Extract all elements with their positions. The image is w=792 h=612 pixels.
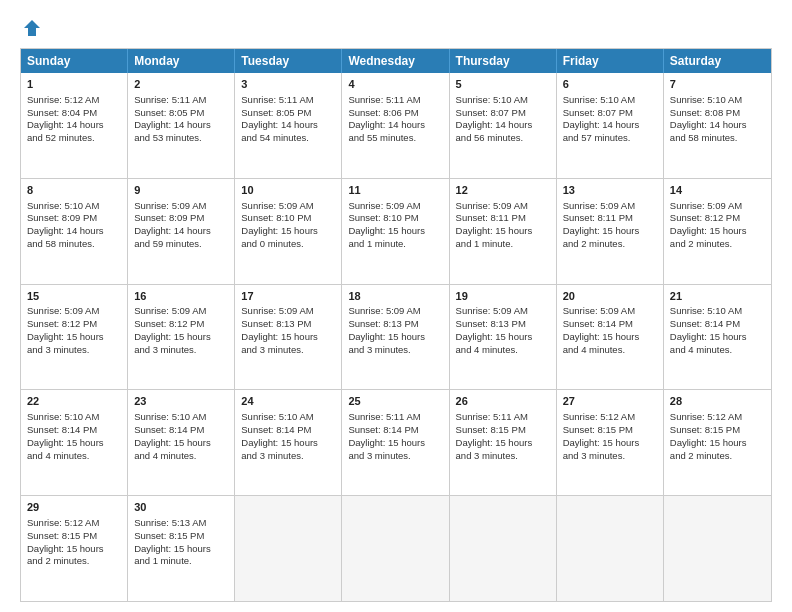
day-number: 22 xyxy=(27,394,121,409)
day-number: 20 xyxy=(563,289,657,304)
day-cell-17: 17Sunrise: 5:09 AMSunset: 8:13 PMDayligh… xyxy=(235,285,342,390)
day-cell-15: 15Sunrise: 5:09 AMSunset: 8:12 PMDayligh… xyxy=(21,285,128,390)
day-info-line: Daylight: 15 hours xyxy=(348,437,442,450)
day-info-line: Sunset: 8:05 PM xyxy=(134,107,228,120)
day-cell-12: 12Sunrise: 5:09 AMSunset: 8:11 PMDayligh… xyxy=(450,179,557,284)
day-cell-22: 22Sunrise: 5:10 AMSunset: 8:14 PMDayligh… xyxy=(21,390,128,495)
day-info-line: and 3 minutes. xyxy=(134,344,228,357)
day-info-line: and 57 minutes. xyxy=(563,132,657,145)
day-info-line: and 52 minutes. xyxy=(27,132,121,145)
header-day-tuesday: Tuesday xyxy=(235,49,342,73)
day-info-line: Sunset: 8:14 PM xyxy=(670,318,765,331)
day-info-line: and 0 minutes. xyxy=(241,238,335,251)
day-info-line: Daylight: 15 hours xyxy=(27,331,121,344)
day-cell-13: 13Sunrise: 5:09 AMSunset: 8:11 PMDayligh… xyxy=(557,179,664,284)
day-info-line: Daylight: 15 hours xyxy=(670,225,765,238)
day-number: 6 xyxy=(563,77,657,92)
day-info-line: Daylight: 14 hours xyxy=(348,119,442,132)
day-info-line: and 58 minutes. xyxy=(27,238,121,251)
day-info-line: and 3 minutes. xyxy=(27,344,121,357)
day-info-line: and 2 minutes. xyxy=(27,555,121,568)
day-number: 12 xyxy=(456,183,550,198)
day-cell-11: 11Sunrise: 5:09 AMSunset: 8:10 PMDayligh… xyxy=(342,179,449,284)
day-number: 2 xyxy=(134,77,228,92)
day-cell-23: 23Sunrise: 5:10 AMSunset: 8:14 PMDayligh… xyxy=(128,390,235,495)
day-info-line: Sunset: 8:12 PM xyxy=(134,318,228,331)
day-info-line: Daylight: 15 hours xyxy=(670,331,765,344)
header-day-sunday: Sunday xyxy=(21,49,128,73)
day-number: 3 xyxy=(241,77,335,92)
day-number: 25 xyxy=(348,394,442,409)
day-info-line: and 4 minutes. xyxy=(27,450,121,463)
calendar-body: 1Sunrise: 5:12 AMSunset: 8:04 PMDaylight… xyxy=(21,73,771,601)
calendar-row-1: 8Sunrise: 5:10 AMSunset: 8:09 PMDaylight… xyxy=(21,178,771,284)
day-info-line: Sunrise: 5:10 AM xyxy=(456,94,550,107)
day-number: 9 xyxy=(134,183,228,198)
day-cell-18: 18Sunrise: 5:09 AMSunset: 8:13 PMDayligh… xyxy=(342,285,449,390)
day-info-line: and 55 minutes. xyxy=(348,132,442,145)
day-info-line: and 4 minutes. xyxy=(134,450,228,463)
day-info-line: Sunset: 8:15 PM xyxy=(27,530,121,543)
day-info-line: Sunset: 8:08 PM xyxy=(670,107,765,120)
day-info-line: Daylight: 14 hours xyxy=(456,119,550,132)
day-info-line: Sunrise: 5:09 AM xyxy=(456,305,550,318)
day-cell-2: 2Sunrise: 5:11 AMSunset: 8:05 PMDaylight… xyxy=(128,73,235,178)
day-info-line: Sunset: 8:11 PM xyxy=(456,212,550,225)
day-info-line: Sunrise: 5:10 AM xyxy=(134,411,228,424)
day-info-line: and 3 minutes. xyxy=(348,450,442,463)
day-cell-26: 26Sunrise: 5:11 AMSunset: 8:15 PMDayligh… xyxy=(450,390,557,495)
day-info-line: Sunset: 8:06 PM xyxy=(348,107,442,120)
day-info-line: and 58 minutes. xyxy=(670,132,765,145)
day-number: 27 xyxy=(563,394,657,409)
day-cell-9: 9Sunrise: 5:09 AMSunset: 8:09 PMDaylight… xyxy=(128,179,235,284)
day-info-line: Sunrise: 5:09 AM xyxy=(134,305,228,318)
empty-cell xyxy=(557,496,664,601)
day-info-line: Daylight: 15 hours xyxy=(456,225,550,238)
day-info-line: Sunset: 8:11 PM xyxy=(563,212,657,225)
day-cell-27: 27Sunrise: 5:12 AMSunset: 8:15 PMDayligh… xyxy=(557,390,664,495)
day-info-line: Sunset: 8:12 PM xyxy=(27,318,121,331)
day-number: 23 xyxy=(134,394,228,409)
day-info-line: Daylight: 15 hours xyxy=(456,437,550,450)
day-info-line: Daylight: 15 hours xyxy=(241,225,335,238)
day-info-line: Sunrise: 5:10 AM xyxy=(670,94,765,107)
calendar-header: SundayMondayTuesdayWednesdayThursdayFrid… xyxy=(21,49,771,73)
day-info-line: Sunset: 8:05 PM xyxy=(241,107,335,120)
day-cell-8: 8Sunrise: 5:10 AMSunset: 8:09 PMDaylight… xyxy=(21,179,128,284)
day-info-line: Sunrise: 5:11 AM xyxy=(348,411,442,424)
day-number: 15 xyxy=(27,289,121,304)
day-info-line: Daylight: 15 hours xyxy=(241,437,335,450)
day-cell-20: 20Sunrise: 5:09 AMSunset: 8:14 PMDayligh… xyxy=(557,285,664,390)
day-info-line: Sunrise: 5:09 AM xyxy=(241,305,335,318)
day-info-line: and 4 minutes. xyxy=(563,344,657,357)
day-info-line: and 3 minutes. xyxy=(241,344,335,357)
day-info-line: Sunset: 8:15 PM xyxy=(456,424,550,437)
day-cell-14: 14Sunrise: 5:09 AMSunset: 8:12 PMDayligh… xyxy=(664,179,771,284)
day-info-line: Sunset: 8:07 PM xyxy=(563,107,657,120)
day-number: 8 xyxy=(27,183,121,198)
day-info-line: Daylight: 15 hours xyxy=(27,437,121,450)
day-number: 19 xyxy=(456,289,550,304)
day-number: 1 xyxy=(27,77,121,92)
day-info-line: Daylight: 15 hours xyxy=(241,331,335,344)
day-info-line: and 3 minutes. xyxy=(456,450,550,463)
day-info-line: and 3 minutes. xyxy=(563,450,657,463)
day-info-line: Sunset: 8:04 PM xyxy=(27,107,121,120)
day-cell-16: 16Sunrise: 5:09 AMSunset: 8:12 PMDayligh… xyxy=(128,285,235,390)
header-day-thursday: Thursday xyxy=(450,49,557,73)
day-number: 14 xyxy=(670,183,765,198)
day-info-line: Sunset: 8:14 PM xyxy=(563,318,657,331)
day-info-line: Daylight: 14 hours xyxy=(670,119,765,132)
day-cell-10: 10Sunrise: 5:09 AMSunset: 8:10 PMDayligh… xyxy=(235,179,342,284)
day-info-line: Sunrise: 5:09 AM xyxy=(348,305,442,318)
day-info-line: Daylight: 14 hours xyxy=(134,119,228,132)
day-number: 7 xyxy=(670,77,765,92)
day-info-line: Daylight: 14 hours xyxy=(563,119,657,132)
day-info-line: and 4 minutes. xyxy=(670,344,765,357)
day-info-line: Sunrise: 5:10 AM xyxy=(27,411,121,424)
day-number: 17 xyxy=(241,289,335,304)
day-info-line: Sunrise: 5:12 AM xyxy=(563,411,657,424)
empty-cell xyxy=(450,496,557,601)
header-day-monday: Monday xyxy=(128,49,235,73)
logo-icon xyxy=(22,18,42,38)
